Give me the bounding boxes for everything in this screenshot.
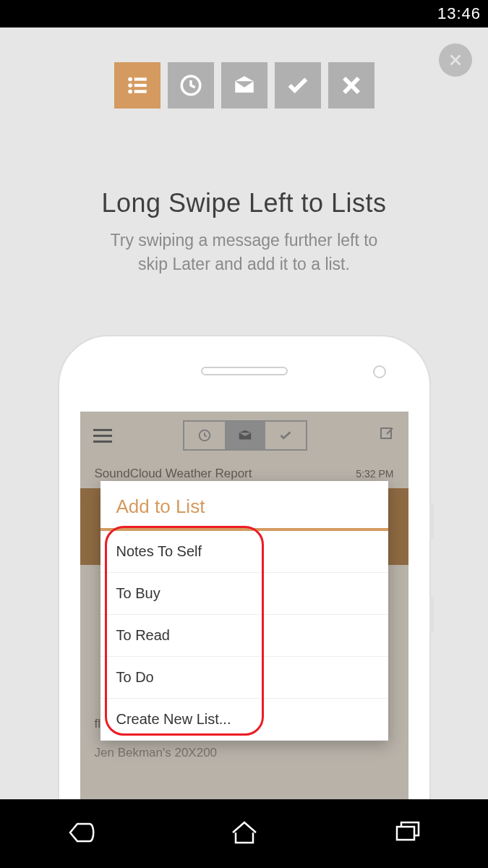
- tutorial-overlay: Long Swipe Left to Lists Try swiping a m…: [0, 27, 488, 799]
- tab-archive[interactable]: [275, 62, 321, 109]
- svg-point-5: [128, 77, 132, 82]
- app-header: [80, 412, 408, 459]
- seg-inbox[interactable]: [225, 422, 265, 449]
- svg-rect-8: [134, 84, 146, 87]
- modal-title: Add to List: [100, 481, 388, 528]
- compose-button[interactable]: [378, 425, 395, 446]
- x-icon: [339, 73, 364, 98]
- recents-button[interactable]: [390, 815, 424, 853]
- svg-rect-6: [134, 77, 146, 80]
- check-icon: [278, 427, 294, 443]
- compose-icon: [378, 425, 395, 443]
- message-time: 5:32 PM: [356, 468, 393, 480]
- inbox-icon: [237, 427, 253, 443]
- clock-text: 13:46: [437, 4, 481, 23]
- svg-point-9: [128, 90, 132, 94]
- phone-side-button: [429, 597, 434, 633]
- check-icon: [286, 73, 310, 98]
- seg-archive[interactable]: [265, 422, 306, 449]
- tutorial-tabs: [0, 62, 488, 109]
- clock-icon: [197, 427, 213, 443]
- phone-speaker: [201, 367, 288, 375]
- tab-later[interactable]: [168, 62, 214, 109]
- list-option-read[interactable]: To Read: [100, 615, 388, 657]
- close-button[interactable]: [439, 43, 472, 77]
- phone-screen: SoundCloud Weather Report 5:32 PM flight…: [80, 412, 408, 799]
- android-status-bar: 13:46: [0, 0, 488, 27]
- close-icon: [448, 52, 463, 68]
- clock-icon: [179, 73, 203, 98]
- message-sender: SoundCloud Weather Report: [95, 467, 356, 481]
- tab-inbox[interactable]: [221, 62, 267, 109]
- phone-side-button: [429, 503, 434, 539]
- list-option-todo[interactable]: To Do: [100, 657, 388, 699]
- add-to-list-modal: Add to List Notes To Self To Buy To Read…: [100, 481, 388, 741]
- list-option-notes[interactable]: Notes To Self: [100, 531, 388, 573]
- recents-icon: [390, 815, 424, 850]
- tutorial-title: Long Swipe Left to Lists: [0, 188, 488, 218]
- back-button[interactable]: [64, 815, 99, 853]
- phone-mock: SoundCloud Weather Report 5:32 PM flight…: [59, 336, 429, 799]
- segment-control: [183, 420, 307, 451]
- phone-camera: [373, 365, 386, 378]
- svg-point-7: [128, 83, 132, 88]
- svg-rect-16: [397, 827, 414, 840]
- list-option-buy[interactable]: To Buy: [100, 573, 388, 615]
- tab-lists[interactable]: [114, 62, 160, 109]
- list-option-create[interactable]: Create New List...: [100, 699, 388, 741]
- tab-delete[interactable]: [328, 62, 374, 109]
- menu-button[interactable]: [93, 429, 112, 443]
- seg-later[interactable]: [184, 422, 225, 449]
- android-nav-bar: [0, 799, 488, 868]
- tutorial-subtitle: Try swiping a message further left to sk…: [0, 229, 488, 277]
- home-button[interactable]: [227, 815, 262, 853]
- inbox-icon: [232, 73, 257, 98]
- svg-rect-10: [134, 90, 146, 93]
- svg-rect-15: [381, 428, 391, 438]
- message-row[interactable]: Jen Bekman's 20X200: [80, 739, 408, 767]
- back-icon: [64, 815, 99, 850]
- home-icon: [227, 815, 262, 850]
- list-icon: [125, 73, 150, 98]
